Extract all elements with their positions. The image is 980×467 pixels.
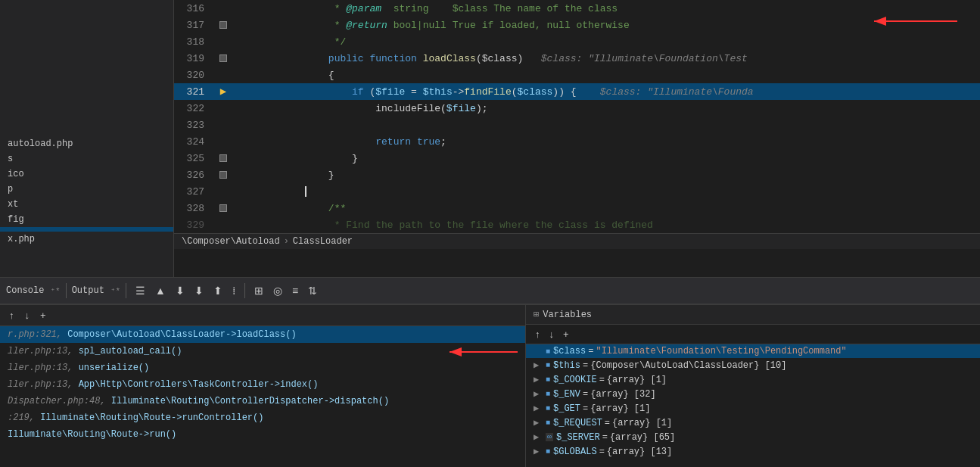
line-number-319: 319 [174,53,216,64]
var-icon-this: ■ [546,361,550,369]
line-number-329: 329 [174,219,216,231]
call-stack-toolbar: ↑ ↓ + [0,305,525,326]
call-stack-item-5[interactable]: :219, Illuminate\Routing\Route->runContr… [0,409,525,426]
gutter-325 [216,154,231,162]
output-arrow: ⁺* [110,286,120,296]
var-icon-class: ■ [546,347,550,356]
line-number-322: 322 [174,103,216,114]
line-number-327: 327 [174,186,216,198]
variable-item-globals[interactable]: ▶ ■ $GLOBALS = {array} [13] [526,444,980,459]
code-editor[interactable]: 316 * @param string $class The name of t… [174,0,980,277]
bp-indicator-325 [219,154,227,162]
line-number-325: 325 [174,153,216,164]
call-stack-item-4[interactable]: Dispatcher.php:48, Illuminate\Routing\Co… [0,393,525,409]
sidebar-item-fig[interactable]: fig [0,212,173,227]
var-icon-request: ■ [546,419,550,427]
variables-panel: ⊞ Variables ↑ ↓ + ■ $class = "Illuminate… [526,305,980,467]
output-label: Output [72,285,104,296]
bp-indicator-317 [219,21,227,29]
sidebar-item-ico[interactable]: ico [0,167,173,182]
line-number-316: 316 [174,3,216,14]
toolbar-btn-grid[interactable]: ⊞ [250,282,267,299]
call-stack-item-1[interactable]: ller.php:13, spl_autoload_call() [0,343,525,360]
sidebar-item-xphp[interactable]: x.php [0,232,173,247]
call-stack-item-2[interactable]: ller.php:13, unserialize() [0,360,525,376]
variable-item-get[interactable]: ▶ ■ $_GET = {array} [1] [526,401,980,416]
call-stack-down-btn[interactable]: ↓ [22,308,33,322]
line-number-318: 318 [174,36,216,48]
gutter-317 [216,21,231,29]
vars-up-btn[interactable]: ↑ [532,327,543,341]
toolbar: Console ⁺* Output ⁺* ☰ ▲ ⬇ ⬇ ⬆ ⁞ ⊞ ◎ ≡ ⇅ [0,277,980,304]
bp-indicator-328 [219,204,227,212]
gutter-321: ▶ [216,86,231,97]
vars-down-btn[interactable]: ↓ [546,327,558,341]
toolbar-btn-filter[interactable]: ⁞ [229,282,239,299]
vars-add-btn[interactable]: + [560,327,572,341]
call-stack-item-3[interactable]: ller.php:13, App\Http\Controllers\TaskCo… [0,376,525,393]
toolbar-btn-list2[interactable]: ≡ [288,282,302,299]
var-expander-env: ▶ [534,388,546,400]
variable-item-env[interactable]: ▶ ■ $_ENV = {array} [32] [526,387,980,401]
console-label: Console [6,285,44,296]
debug-panel: ↑ ↓ + r.php:321, Composer\Autoload\Class… [0,304,980,467]
gutter-319 [216,54,231,62]
toolbar-btn-target[interactable]: ◎ [269,282,286,299]
bp-indicator-319 [219,54,227,62]
line-number-317: 317 [174,20,216,31]
var-icon-env: ■ [546,390,550,398]
bp-indicator-326 [219,171,227,179]
call-stack-item-0[interactable]: r.php:321, Composer\Autoload\ClassLoader… [0,326,525,343]
sidebar: autoload.php s ico p xt fig x.php [0,0,174,277]
var-expander-get: ▶ [534,403,546,414]
code-lines: 316 * @param string $class The name of t… [174,0,980,233]
call-stack: ↑ ↓ + r.php:321, Composer\Autoload\Class… [0,305,526,467]
call-stack-up-btn[interactable]: ↑ [6,308,17,322]
toolbar-btn-download2[interactable]: ⬇ [191,282,207,299]
line-number-321: 321 [174,86,216,98]
var-icon-cookie: ■ [546,375,550,384]
variables-icon: ⊞ [534,309,539,320]
variables-header: ⊞ Variables [526,305,980,325]
variable-item-this[interactable]: ▶ ■ $this = {Composer\AutoLoad\ClassLoad… [526,358,980,372]
variable-item-class[interactable]: ■ $class = "Illuminate\Foundation\Testin… [526,344,980,358]
var-icon-server-special: ∞ [546,433,553,441]
call-stack-item-6[interactable]: Illuminate\Routing\Route->run() [0,426,525,443]
toolbar-separator-1 [66,283,67,298]
toolbar-btn-up[interactable]: ▲ [151,282,170,299]
console-arrow: ⁺* [50,286,60,296]
gutter-328 [216,204,231,212]
sidebar-item-autoload[interactable]: autoload.php [0,136,173,151]
sidebar-item-xt[interactable]: xt [0,197,173,212]
line-number-328: 328 [174,203,216,214]
variables-title: Variables [543,310,592,320]
editor-area: autoload.php s ico p xt fig x.php 316 * … [0,0,980,277]
debug-arrow-icon: ▶ [220,86,226,97]
toolbar-btn-download[interactable]: ⬇ [172,282,188,299]
var-icon-globals: ■ [546,447,550,456]
var-expander-cookie: ▶ [534,374,546,385]
toolbar-btn-sort[interactable]: ⇅ [304,282,321,299]
variable-item-server[interactable]: ▶ ∞ $_SERVER = {array} [65] [526,430,980,444]
line-number-323: 323 [174,120,216,131]
code-line-329: 329 * Find the path to the file where th… [174,216,980,233]
call-stack-add-btn[interactable]: + [37,308,49,322]
var-expander-server: ▶ [534,431,546,443]
red-arrow-callstack [442,346,518,360]
var-expander-globals: ▶ [534,446,546,457]
var-icon-get: ■ [546,404,550,413]
toolbar-btn-upload[interactable]: ⬆ [210,282,226,299]
sidebar-item-p[interactable]: p [0,182,173,197]
toolbar-separator-3 [244,283,245,298]
variable-item-request[interactable]: ▶ ■ $_REQUEST = {array} [1] [526,416,980,430]
var-expander-this: ▶ [534,360,546,371]
variable-item-cookie[interactable]: ▶ ■ $_COOKIE = {array} [1] [526,372,980,387]
line-number-324: 324 [174,136,216,148]
var-expander-request: ▶ [534,417,546,428]
toolbar-separator-2 [126,283,126,298]
toolbar-btn-list[interactable]: ☰ [132,282,149,299]
sidebar-item-s[interactable]: s [0,151,173,167]
code-line-322: 322 includeFile($file); [174,100,980,117]
line-content-329: * Find the path to the file where the cl… [231,208,980,242]
line-number-326: 326 [174,170,216,181]
